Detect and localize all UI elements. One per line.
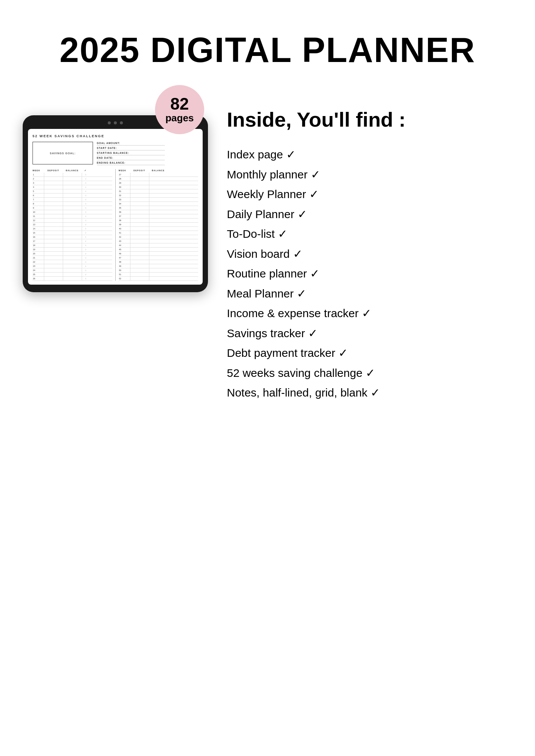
- week-cell: 22: [33, 260, 44, 264]
- feature-item: Monthly planner ✓: [227, 165, 512, 185]
- week-cell: 52: [119, 277, 130, 280]
- week-cell: 50: [119, 268, 130, 272]
- features-list: Index page ✓Monthly planner ✓Weekly Plan…: [227, 145, 512, 403]
- week-cell: 18: [33, 243, 44, 247]
- week-cell: 32: [119, 194, 130, 197]
- check-cell: ○: [82, 194, 89, 197]
- check-cell: ○: [82, 177, 89, 181]
- week-cell: 13: [33, 223, 44, 226]
- deposit-cell: [130, 264, 149, 268]
- table-row: 48: [119, 260, 198, 264]
- col-balance-right: BALANCE: [149, 169, 168, 172]
- balance-cell: [149, 185, 168, 189]
- balance-cell: [63, 264, 82, 268]
- week-cell: 23: [33, 264, 44, 268]
- check-cell: ○: [82, 273, 89, 276]
- table-row: 9 ○: [33, 206, 112, 210]
- week-cell: 20: [33, 252, 44, 256]
- balance-cell: [149, 260, 168, 264]
- savings-details: GOAL AMOUNT: START DATE: STARTING BALANC…: [97, 142, 165, 165]
- deposit-cell: [44, 206, 63, 210]
- balance-cell: [63, 185, 82, 189]
- table-row: 13 ○: [33, 223, 112, 227]
- table-row: 50: [119, 268, 198, 273]
- deposit-cell: [130, 177, 149, 181]
- deposit-cell: [130, 248, 149, 251]
- tablet-mockup: 52 WEEK SAVINGS CHALLENGE SAVINGS GOAL: …: [23, 115, 208, 292]
- deposit-cell: [130, 227, 149, 231]
- balance-cell: [63, 239, 82, 243]
- savings-left-half: WEEK DEPOSIT BALANCE ✓ 1 ○ 2 ○ 3: [33, 169, 112, 281]
- savings-goal-box: SAVINGS GOAL:: [33, 142, 93, 164]
- deposit-cell: [44, 177, 63, 181]
- week-cell: 28: [119, 177, 130, 181]
- check-cell: ○: [82, 206, 89, 210]
- half-divider: [115, 169, 116, 281]
- week-cell: 16: [33, 235, 44, 239]
- balance-cell: [149, 277, 168, 280]
- deposit-cell: [130, 181, 149, 185]
- week-cell: 51: [119, 273, 130, 276]
- feature-item: 52 weeks saving challenge ✓: [227, 363, 512, 383]
- balance-cell: [149, 252, 168, 256]
- table-row: 41: [119, 231, 198, 235]
- deposit-cell: [130, 235, 149, 239]
- page: 2025 DIGITAL PLANNER 82 pages 52 WEEK SA…: [0, 0, 535, 756]
- check-cell: ○: [82, 268, 89, 272]
- detail-ending-balance: ENDING BALANCE:: [97, 161, 165, 165]
- table-row: 17 ○: [33, 239, 112, 243]
- balance-cell: [149, 239, 168, 243]
- week-cell: 45: [119, 248, 130, 251]
- col-balance-left: BALANCE: [63, 169, 82, 172]
- deposit-cell: [130, 210, 149, 214]
- table-row: 46: [119, 252, 198, 256]
- deposit-cell: [130, 223, 149, 226]
- week-cell: 25: [33, 273, 44, 276]
- table-row: 39: [119, 223, 198, 227]
- left-header: WEEK DEPOSIT BALANCE ✓: [33, 169, 112, 172]
- deposit-cell: [130, 277, 149, 280]
- check-cell: ○: [82, 214, 89, 218]
- check-cell: ○: [82, 218, 89, 222]
- table-row: 27: [119, 173, 198, 177]
- table-row: 2 ○: [33, 177, 112, 181]
- week-cell: 31: [119, 189, 130, 193]
- balance-cell: [63, 268, 82, 272]
- check-cell: ○: [82, 185, 89, 189]
- feature-item: Vision board ✓: [227, 244, 512, 264]
- balance-cell: [149, 223, 168, 226]
- balance-cell: [149, 273, 168, 276]
- inside-heading: Inside, You'll find :: [227, 108, 512, 131]
- check-cell: ○: [82, 181, 89, 185]
- table-row: 5 ○: [33, 189, 112, 194]
- deposit-cell: [44, 181, 63, 185]
- table-row: 8 ○: [33, 202, 112, 206]
- check-cell: ○: [82, 243, 89, 247]
- tablet-screen: 52 WEEK SAVINGS CHALLENGE SAVINGS GOAL: …: [28, 129, 203, 285]
- deposit-cell: [44, 227, 63, 231]
- table-row: 18 ○: [33, 243, 112, 248]
- deposit-cell: [130, 198, 149, 201]
- feature-item: Debt payment tracker ✓: [227, 343, 512, 363]
- table-row: 49: [119, 264, 198, 268]
- table-row: 28: [119, 177, 198, 181]
- tablet-dot-3: [120, 121, 123, 124]
- balance-cell: [63, 227, 82, 231]
- week-cell: 37: [119, 214, 130, 218]
- week-cell: 11: [33, 214, 44, 218]
- pages-label: pages: [165, 112, 194, 124]
- table-row: 1 ○: [33, 173, 112, 177]
- table-row: 20 ○: [33, 252, 112, 256]
- balance-cell: [63, 243, 82, 247]
- col-deposit-right: DEPOSIT: [130, 169, 149, 172]
- week-cell: 19: [33, 248, 44, 251]
- table-row: 16 ○: [33, 235, 112, 239]
- table-row: 6 ○: [33, 194, 112, 198]
- feature-item: Meal Planner ✓: [227, 284, 512, 304]
- detail-start-date: START DATE:: [97, 147, 165, 150]
- week-cell: 35: [119, 206, 130, 210]
- check-cell: ○: [82, 202, 89, 206]
- table-row: 51: [119, 273, 198, 277]
- deposit-cell: [44, 231, 63, 235]
- check-cell: ○: [82, 260, 89, 264]
